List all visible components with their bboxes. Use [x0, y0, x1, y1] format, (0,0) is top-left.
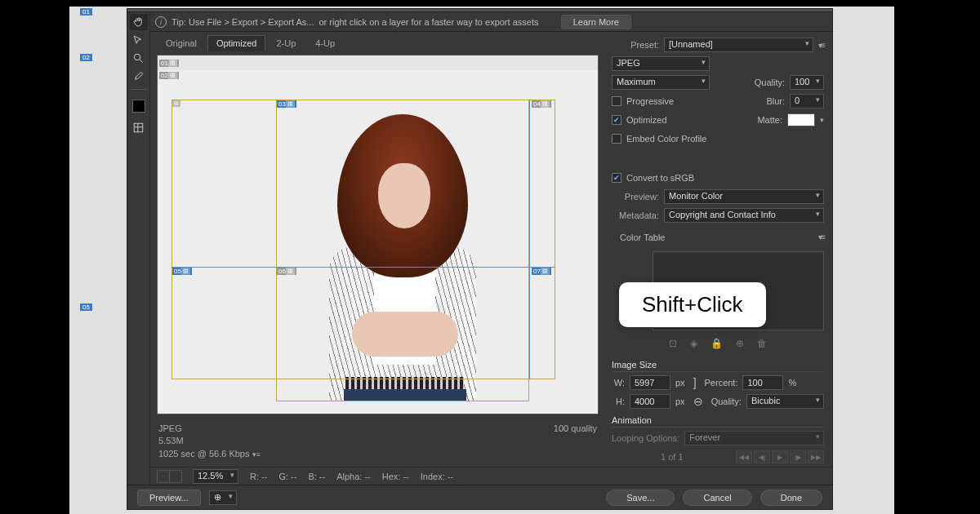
tab-4up[interactable]: 4-Up [306, 35, 344, 51]
letterbox-right [894, 0, 980, 514]
anim-first-icon: ◀◀ [736, 450, 752, 463]
preset-flyout-icon[interactable]: ▾≡ [818, 41, 824, 50]
matte-swatch[interactable] [787, 113, 815, 126]
svg-point-0 [134, 54, 140, 60]
progressive-label: Progressive [626, 96, 674, 106]
ct-trash-icon[interactable]: 🗑 [757, 338, 767, 349]
quality-label: Quality: [755, 78, 785, 87]
frame-count: 1 of 1 [661, 452, 684, 462]
inner-slice-rect[interactable] [276, 100, 529, 401]
ct-snap-icon[interactable]: ⊡ [669, 338, 677, 349]
browser-dropdown[interactable]: ⊕ [209, 490, 237, 505]
percent-unit: % [788, 378, 796, 388]
ct-lock-icon[interactable]: 🔒 [710, 338, 723, 349]
dialog-footer: Preview... ⊕ Save... Cancel Done [127, 485, 832, 509]
letterbox-top [0, 0, 980, 7]
slice-select-tool[interactable] [130, 32, 148, 48]
height-input[interactable] [630, 394, 670, 409]
learn-more-button[interactable]: Learn More [561, 15, 631, 29]
slice-type-icon: ⊞ [168, 60, 177, 67]
guide-horizontal[interactable] [172, 267, 555, 268]
optimized-label: Optimized [626, 115, 667, 125]
resample-dropdown[interactable]: Bicubic [746, 394, 824, 409]
anim-prev-icon: ◀| [754, 450, 770, 463]
preset-dropdown[interactable]: [Unnamed] [664, 38, 813, 52]
settings-panel: Preset: [Unnamed] ▾≡ JPEG Maximum Qualit… [605, 32, 832, 465]
preview-button[interactable]: Preview... [137, 490, 201, 506]
slice-02: 02⊞ [159, 72, 179, 79]
preview-info: JPEG 100 quality 5.53M 1025 sec @ 56.6 K… [150, 418, 605, 465]
color-table-flyout-icon[interactable]: ▾≡ [818, 233, 824, 241]
link-dimensions-icon[interactable]: ] [693, 376, 697, 389]
guide-vertical[interactable] [529, 100, 530, 379]
height-label: H: [612, 397, 625, 406]
anim-play-icon: ▶ [772, 450, 788, 463]
bg-slice-01: 01 [80, 8, 92, 16]
preview-label: Preview: [612, 192, 659, 202]
info-format: JPEG [158, 423, 182, 435]
eyedropper-color-swatch[interactable] [132, 100, 145, 113]
info-icon: i [155, 16, 167, 28]
tool-divider [131, 89, 147, 90]
convert-srgb-label: Convert to sRGB [626, 173, 694, 183]
save-button[interactable]: Save... [606, 490, 675, 506]
animation-heading: Animation [612, 414, 824, 428]
looping-label: Looping Options: [612, 433, 679, 443]
slice-01: 01⊞ [159, 60, 179, 67]
tab-original[interactable]: Original [157, 35, 206, 51]
anim-last-icon: ▶▶ [808, 450, 824, 463]
canvas-main[interactable]: 02⊞ 03⊞ 04⊞ 05⊞ 06⊞ 07⊞ ⊞ [158, 70, 598, 414]
done-button[interactable]: Done [760, 490, 822, 506]
hand-tool[interactable] [130, 14, 148, 30]
embed-profile-checkbox[interactable] [612, 134, 621, 144]
readout-b: B: -- [308, 472, 325, 481]
compression-dropdown[interactable]: Maximum [612, 75, 710, 90]
width-label: W: [612, 378, 625, 388]
format-dropdown[interactable]: JPEG [612, 56, 710, 71]
readout-alpha: Alpha: -- [336, 472, 371, 481]
link-icon-2[interactable]: ⊖ [693, 395, 703, 408]
resample-label: Quality: [711, 397, 742, 406]
blur-input[interactable]: 0 [790, 94, 824, 109]
save-for-web-dialog: i Tip: Use File > Export > Export As... … [127, 8, 833, 510]
percent-input[interactable] [742, 375, 783, 390]
optimized-checkbox[interactable] [612, 115, 621, 125]
preview-tabs: Original Optimized 2-Up 4-Up [150, 32, 605, 51]
download-menu-icon[interactable]: ▾≡ [252, 450, 261, 459]
looping-dropdown: Forever [684, 431, 824, 445]
tab-optimized[interactable]: Optimized [207, 35, 266, 51]
progressive-checkbox[interactable] [612, 96, 621, 106]
status-icon-2[interactable] [169, 470, 182, 483]
ct-cube-icon[interactable]: ◈ [690, 338, 697, 349]
preview-dropdown[interactable]: Monitor Color [664, 189, 824, 204]
eyedropper-tool[interactable] [130, 68, 148, 84]
percent-label: Percent: [705, 378, 738, 388]
zoom-tool[interactable] [130, 50, 148, 66]
quality-input[interactable]: 100 [790, 75, 824, 90]
zoom-dropdown[interactable]: 12.5% [193, 469, 238, 484]
image-size-heading: Image Size [612, 358, 824, 372]
readout-g: G: -- [278, 472, 296, 481]
annotation-overlay: Shift+Click [619, 282, 766, 327]
color-table-label: Color Table [620, 233, 665, 242]
status-icon-1[interactable] [157, 470, 170, 483]
tip-text-suffix: or right click on a layer for a faster w… [318, 17, 538, 27]
ct-new-icon[interactable]: ⊕ [736, 338, 744, 349]
readout-r: R: -- [250, 472, 267, 481]
readout-hex: Hex: -- [382, 472, 409, 481]
info-size: 5.53M [158, 435, 597, 447]
info-download-time: 1025 sec @ 56.6 Kbps [158, 449, 249, 459]
toggle-slices-visibility[interactable] [130, 119, 148, 135]
tab-2up[interactable]: 2-Up [267, 35, 305, 51]
cancel-button[interactable]: Cancel [683, 490, 751, 506]
anim-next-icon: |▶ [790, 450, 806, 463]
metadata-dropdown[interactable]: Copyright and Contact Info [664, 208, 824, 223]
px-unit-h: px [675, 397, 685, 406]
info-quality: 100 quality [554, 423, 597, 435]
matte-dropdown-icon[interactable]: ▾ [820, 116, 824, 124]
status-bar: 12.5% R: -- G: -- B: -- Alpha: -- Hex: -… [150, 467, 832, 485]
width-input[interactable] [630, 375, 670, 390]
readout-index: Index: -- [421, 472, 453, 481]
preview-canvas[interactable]: 01⊞ 02⊞ 03⊞ 04⊞ 05⊞ 06⊞ 07⊞ ⊞ [157, 55, 599, 414]
convert-srgb-checkbox[interactable] [612, 173, 621, 183]
